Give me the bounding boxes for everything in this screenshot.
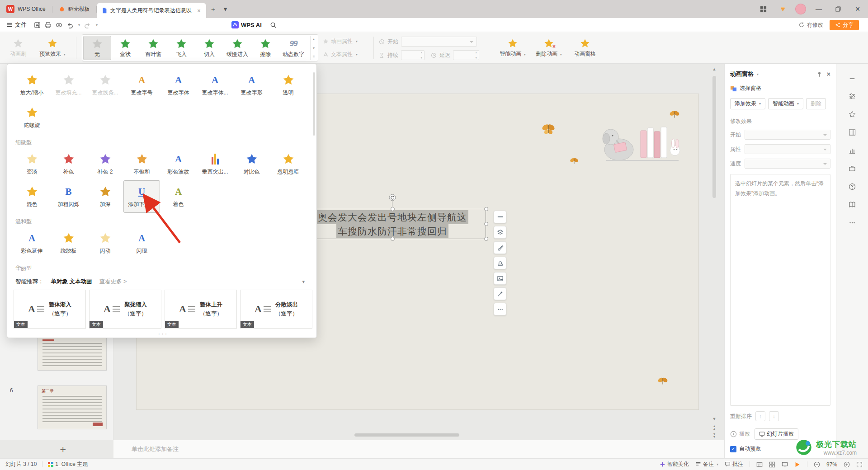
start-dropdown[interactable]: [401, 37, 477, 47]
selection-handle[interactable]: [484, 207, 488, 211]
play-slideshow-button[interactable]: [794, 461, 801, 468]
avatar[interactable]: [795, 4, 806, 14]
dropdown-scrollbar-thumb[interactable]: [313, 72, 315, 136]
next-slide-button[interactable]: ▾▾: [711, 433, 717, 438]
effect-item[interactable]: 放大/缩小: [14, 69, 50, 101]
duration-spinner[interactable]: [401, 50, 425, 60]
move-down-button[interactable]: ↓: [769, 411, 779, 421]
wps-ai-button[interactable]: WPS AI: [231, 21, 262, 28]
effect-item[interactable]: 补色: [50, 148, 87, 180]
format-brush-button[interactable]: [494, 241, 506, 254]
stamp-button[interactable]: [494, 257, 506, 269]
effect-item[interactable]: 补色 2: [87, 148, 123, 180]
effect-item[interactable]: A 闪现: [123, 227, 160, 259]
gallery-scroll-up-icon[interactable]: ▴: [313, 37, 315, 41]
effect-item[interactable]: A 更改字体...: [197, 69, 233, 101]
previous-slide-button[interactable]: ▴▴: [711, 425, 717, 430]
effect-item[interactable]: 陀螺旋: [14, 101, 50, 134]
recommend-card[interactable]: A 分散淡出 （逐字） 文本: [240, 290, 312, 329]
comments-button[interactable]: 批注: [725, 461, 743, 468]
share-button[interactable]: 分享: [830, 20, 859, 30]
animation-gallery-item[interactable]: 无: [83, 36, 111, 60]
search-icon[interactable]: [270, 22, 277, 28]
close-button[interactable]: ✕: [851, 2, 864, 16]
save-icon[interactable]: [34, 22, 41, 28]
menu-tab[interactable]: [156, 23, 165, 27]
image-button[interactable]: [494, 272, 506, 285]
animation-gallery-item[interactable]: 百叶窗: [139, 36, 167, 60]
selection-handle[interactable]: [391, 207, 395, 211]
selection-pane-button[interactable]: 选择窗格: [730, 85, 830, 92]
magic-wand-button[interactable]: [494, 287, 506, 300]
animation-pane-button[interactable]: 动画窗格: [569, 36, 601, 60]
speed-combo[interactable]: [745, 159, 830, 169]
horizontal-scrollbar-thumb[interactable]: [354, 433, 459, 437]
effect-item[interactable]: A 更改字体: [160, 69, 197, 101]
effect-item[interactable]: 不饱和: [123, 148, 160, 180]
effect-item[interactable]: 更改填充...: [50, 69, 87, 101]
document-tab[interactable]: 文字是人类用符号记录表达信息以 ×: [97, 3, 206, 18]
effect-item[interactable]: A 彩色波纹: [160, 148, 197, 180]
see-more-link[interactable]: 查看更多 >: [99, 278, 127, 286]
slide-text-line[interactable]: 车搜防水防汗非常搜回归: [336, 224, 448, 238]
selected-text-box[interactable]: 奥会发大会发出号地块左侧导航这 车搜防水防汗非常搜回归: [299, 209, 486, 239]
menu-tab[interactable]: [107, 23, 116, 27]
effect-item[interactable]: A 更改字形: [233, 69, 270, 101]
slide-thumbnail-5[interactable]: [38, 336, 107, 371]
effect-item[interactable]: 变淡: [14, 148, 50, 180]
animation-gallery-item[interactable]: 飞入: [167, 36, 195, 60]
rotate-handle[interactable]: [389, 194, 396, 201]
delay-spinner[interactable]: [453, 50, 479, 60]
property-combo[interactable]: [745, 144, 830, 154]
effect-item[interactable]: A 着色: [160, 180, 197, 213]
effect-item[interactable]: 透明: [270, 69, 307, 101]
slide-play-button[interactable]: 幻灯片播放: [755, 428, 798, 440]
text-property-dropdown[interactable]: 文本属性▾: [323, 51, 358, 58]
effect-item[interactable]: 闪动: [87, 227, 123, 259]
gallery-scroll-down-icon[interactable]: ▾: [313, 46, 315, 50]
effect-item[interactable]: A 更改字号: [123, 69, 160, 101]
vertical-scrollbar[interactable]: ▲: [711, 67, 717, 71]
effect-item[interactable]: 垂直突出...: [197, 148, 233, 180]
chevron-down-icon[interactable]: ▾: [78, 23, 80, 27]
selection-handle[interactable]: [484, 237, 488, 241]
selection-handle[interactable]: [484, 222, 488, 226]
menu-tab[interactable]: [176, 23, 185, 27]
animation-gallery-item[interactable]: 99 动态数字: [279, 36, 307, 60]
zoom-level[interactable]: 97%: [826, 461, 837, 468]
effect-item[interactable]: 混色: [14, 180, 50, 213]
help-icon[interactable]: [849, 183, 856, 190]
effect-item[interactable]: B 加粗闪烁: [50, 180, 87, 213]
theme-indicator[interactable]: 1_Office 主题: [48, 461, 88, 468]
star-effects-icon[interactable]: [849, 111, 856, 118]
animation-gallery-item[interactable]: 擦除: [251, 36, 279, 60]
undo-icon[interactable]: [66, 22, 73, 28]
settings-sliders-icon[interactable]: [849, 93, 856, 100]
zoom-in-button[interactable]: [844, 461, 850, 468]
template-tab[interactable]: 稻壳模板: [52, 0, 96, 18]
menu-tab[interactable]: [146, 23, 156, 27]
menu-tab[interactable]: [166, 23, 175, 27]
app-tab[interactable]: W WPS Office: [0, 0, 52, 18]
preview-effect-button[interactable]: 预览效果 ▾: [39, 35, 66, 61]
chart-icon[interactable]: [849, 147, 856, 154]
fit-slide-button[interactable]: [856, 461, 863, 468]
notes-bar[interactable]: 单击此处添加备注: [113, 440, 724, 458]
new-tab-button[interactable]: ＋: [206, 5, 220, 14]
menu-tab[interactable]: [117, 23, 126, 27]
recommend-category-tab[interactable]: 单对象 文本动画: [51, 278, 92, 286]
collapse-chevron-icon[interactable]: ▾: [302, 279, 305, 285]
more-tools-icon[interactable]: [849, 219, 856, 226]
animation-gallery-item[interactable]: 缓慢进入: [223, 36, 251, 60]
menu-tab[interactable]: [186, 23, 195, 27]
effect-item[interactable]: 加深: [87, 180, 123, 213]
layers-button[interactable]: [494, 226, 506, 239]
animation-property-dropdown[interactable]: 动画属性▾: [323, 38, 358, 45]
effect-item[interactable]: U 添加下划线: [123, 180, 160, 213]
menu-tab[interactable]: [127, 23, 136, 27]
file-menu-button[interactable]: 文件: [5, 21, 28, 29]
animation-gallery-item[interactable]: 切入: [195, 36, 223, 60]
animation-painter-button[interactable]: 动画刷: [5, 35, 32, 61]
animation-gallery-item[interactable]: 盒状: [111, 36, 139, 60]
print-preview-icon[interactable]: [56, 22, 62, 28]
